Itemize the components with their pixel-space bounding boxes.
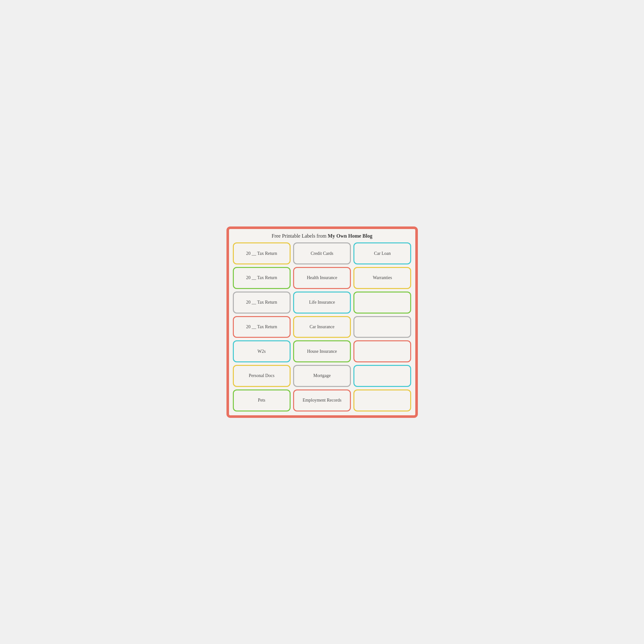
label-cell: 20 __ Tax Return xyxy=(233,242,291,264)
label-cell: Car Insurance xyxy=(293,316,351,338)
printable-labels-page: Free Printable Labels from My Own Home B… xyxy=(226,226,418,418)
label-cell: Pets xyxy=(233,389,291,411)
label-cell: House Insurance xyxy=(293,340,351,362)
label-cell xyxy=(353,340,411,362)
label-cell: Personal Docs xyxy=(233,365,291,387)
label-cell xyxy=(353,292,411,314)
label-cell: 20 __ Tax Return xyxy=(233,267,291,289)
label-cell xyxy=(353,316,411,338)
label-cell xyxy=(353,389,411,411)
label-cell: W2s xyxy=(233,340,291,362)
labels-grid: 20 __ Tax ReturnCredit CardsCar Loan20 _… xyxy=(233,242,411,411)
label-cell: Health Insurance xyxy=(293,267,351,289)
page-title: Free Printable Labels from My Own Home B… xyxy=(233,233,411,240)
label-cell: Employment Records xyxy=(293,389,351,411)
label-cell: Life Insurance xyxy=(293,292,351,314)
label-cell: Warranties xyxy=(353,267,411,289)
label-cell: Mortgage xyxy=(293,365,351,387)
label-cell: 20 __ Tax Return xyxy=(233,292,291,314)
label-cell: Credit Cards xyxy=(293,242,351,264)
label-cell xyxy=(353,365,411,387)
label-cell: Car Loan xyxy=(353,242,411,264)
label-cell: 20 __ Tax Return xyxy=(233,316,291,338)
